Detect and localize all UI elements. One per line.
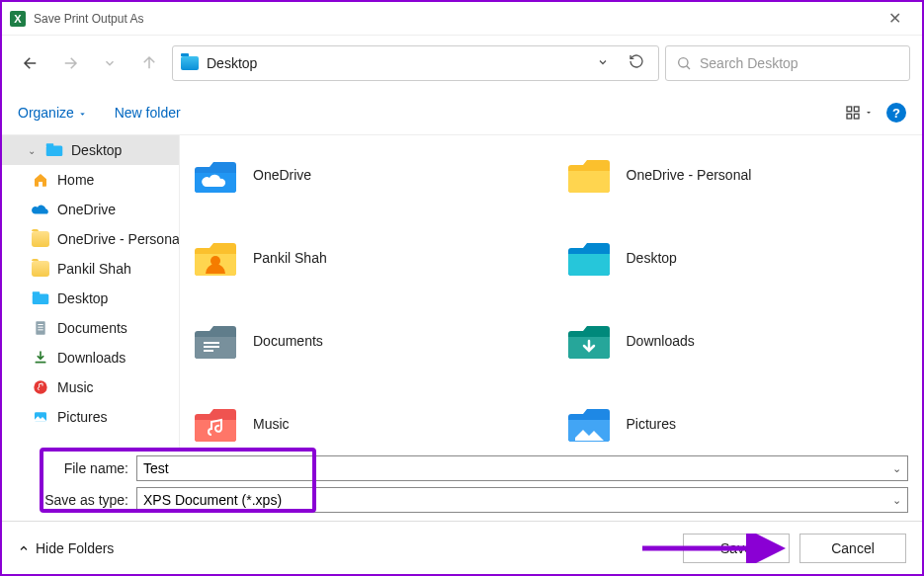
filename-value: Test bbox=[143, 460, 169, 476]
chevron-up-icon bbox=[18, 542, 30, 554]
new-folder-button[interactable]: New folder bbox=[115, 105, 181, 121]
svg-rect-20 bbox=[204, 350, 213, 352]
onedrive-folder-icon bbox=[192, 151, 239, 199]
svg-rect-18 bbox=[204, 342, 219, 344]
folder-user[interactable]: Pankil Shah bbox=[188, 230, 542, 286]
organize-menu[interactable]: Organize bbox=[18, 105, 87, 121]
item-label: Desktop bbox=[627, 250, 677, 266]
sidebar-item-music[interactable]: Music bbox=[2, 372, 179, 402]
svg-rect-9 bbox=[33, 294, 49, 305]
folder-music[interactable]: Music bbox=[188, 396, 542, 448]
user-folder-icon bbox=[192, 234, 239, 282]
sidebar-item-label: OneDrive bbox=[57, 202, 116, 217]
refresh-button[interactable] bbox=[623, 53, 650, 73]
svg-rect-6 bbox=[854, 114, 859, 119]
save-button[interactable]: Save bbox=[683, 534, 790, 563]
sidebar-item-label: OneDrive - Personal bbox=[57, 231, 179, 247]
sidebar-item-label: Pankil Shah bbox=[57, 261, 131, 277]
hide-folders-button[interactable]: Hide Folders bbox=[18, 540, 114, 556]
close-button[interactable]: ✕ bbox=[875, 9, 914, 28]
documents-folder-icon bbox=[192, 317, 239, 365]
desktop-icon bbox=[45, 142, 63, 158]
filename-input[interactable]: Test ⌄ bbox=[136, 455, 908, 481]
folder-downloads[interactable]: Downloads bbox=[561, 313, 915, 369]
item-label: Downloads bbox=[627, 333, 695, 349]
sidebar-item-onedrive[interactable]: OneDrive bbox=[2, 195, 179, 224]
sidebar-item-label: Documents bbox=[57, 320, 127, 336]
svg-rect-3 bbox=[847, 107, 852, 112]
file-inputs-area: File name: Test ⌄ Save as type: XPS Docu… bbox=[2, 448, 922, 521]
svg-rect-11 bbox=[36, 321, 44, 334]
address-bar[interactable]: Desktop bbox=[172, 45, 659, 81]
save-as-type-label: Save as type: bbox=[16, 492, 136, 508]
sidebar-item-label: Desktop bbox=[57, 290, 108, 306]
onedrive-icon bbox=[32, 202, 49, 217]
music-icon bbox=[32, 379, 49, 395]
music-folder-icon bbox=[192, 400, 239, 448]
folder-icon bbox=[565, 151, 613, 199]
sidebar-item-desktop[interactable]: Desktop bbox=[2, 135, 179, 165]
svg-rect-13 bbox=[38, 327, 42, 328]
item-label: OneDrive bbox=[253, 167, 311, 183]
content-pane[interactable]: OneDrive OneDrive - Personal Pankil Shah… bbox=[180, 135, 922, 448]
recent-locations-button[interactable] bbox=[93, 46, 126, 80]
chevron-down-icon[interactable]: ⌄ bbox=[886, 494, 901, 507]
main-area: Desktop Home OneDrive OneDrive - Persona… bbox=[2, 134, 922, 448]
sidebar-item-downloads[interactable]: Downloads bbox=[2, 343, 179, 372]
search-icon bbox=[676, 55, 692, 71]
item-label: Pictures bbox=[627, 416, 677, 432]
title-bar: X Save Print Output As ✕ bbox=[2, 2, 922, 36]
folder-icon bbox=[32, 231, 49, 247]
folder-onedrive[interactable]: OneDrive bbox=[188, 147, 542, 203]
svg-rect-14 bbox=[38, 329, 42, 330]
footer: Hide Folders Save Cancel bbox=[2, 521, 922, 574]
svg-rect-10 bbox=[33, 291, 41, 294]
sidebar-item-user[interactable]: Pankil Shah bbox=[2, 254, 179, 284]
svg-rect-5 bbox=[847, 114, 852, 119]
folder-pictures[interactable]: Pictures bbox=[561, 396, 915, 448]
save-as-type-value: XPS Document (*.xps) bbox=[143, 492, 282, 508]
sidebar-item-label: Desktop bbox=[71, 142, 122, 158]
item-label: Music bbox=[253, 416, 290, 432]
svg-rect-8 bbox=[46, 143, 54, 146]
item-label: OneDrive - Personal bbox=[627, 167, 752, 183]
desktop-folder-icon bbox=[565, 234, 613, 282]
back-button[interactable] bbox=[14, 46, 47, 80]
nav-bar: Desktop bbox=[2, 36, 922, 91]
desktop-folder-icon bbox=[181, 56, 199, 70]
folder-desktop[interactable]: Desktop bbox=[561, 230, 915, 286]
folder-onedrive-personal[interactable]: OneDrive - Personal bbox=[561, 147, 915, 203]
search-input[interactable] bbox=[700, 55, 899, 71]
address-dropdown[interactable] bbox=[591, 54, 615, 72]
up-button[interactable] bbox=[132, 46, 166, 80]
filename-label: File name: bbox=[16, 460, 136, 476]
svg-rect-12 bbox=[38, 324, 42, 325]
svg-point-15 bbox=[34, 380, 46, 393]
search-box[interactable] bbox=[665, 45, 910, 81]
home-icon bbox=[32, 172, 49, 188]
excel-app-icon: X bbox=[10, 11, 26, 27]
sidebar-item-documents[interactable]: Documents bbox=[2, 313, 179, 343]
sidebar[interactable]: Desktop Home OneDrive OneDrive - Persona… bbox=[2, 135, 180, 448]
downloads-folder-icon bbox=[565, 317, 613, 365]
view-options-button[interactable] bbox=[845, 105, 873, 121]
svg-text:X: X bbox=[14, 13, 22, 25]
sidebar-item-pictures[interactable]: Pictures bbox=[2, 402, 179, 432]
sidebar-item-home[interactable]: Home bbox=[2, 165, 179, 195]
forward-button[interactable] bbox=[53, 46, 87, 80]
cancel-button[interactable]: Cancel bbox=[799, 534, 906, 563]
downloads-icon bbox=[32, 350, 49, 366]
sidebar-item-onedrive-personal[interactable]: OneDrive - Personal bbox=[2, 224, 179, 254]
sidebar-item-label: Music bbox=[57, 379, 94, 395]
folder-documents[interactable]: Documents bbox=[188, 313, 542, 369]
svg-rect-19 bbox=[204, 346, 219, 348]
chevron-down-icon[interactable]: ⌄ bbox=[886, 462, 901, 475]
sidebar-item-desktop2[interactable]: Desktop bbox=[2, 284, 179, 313]
help-button[interactable]: ? bbox=[886, 103, 906, 123]
hide-folders-label: Hide Folders bbox=[36, 540, 114, 556]
item-label: Documents bbox=[253, 333, 323, 349]
desktop-icon bbox=[32, 290, 49, 306]
svg-rect-4 bbox=[854, 107, 859, 112]
save-as-type-dropdown[interactable]: XPS Document (*.xps) ⌄ bbox=[136, 487, 908, 513]
sidebar-item-label: Downloads bbox=[57, 350, 126, 366]
